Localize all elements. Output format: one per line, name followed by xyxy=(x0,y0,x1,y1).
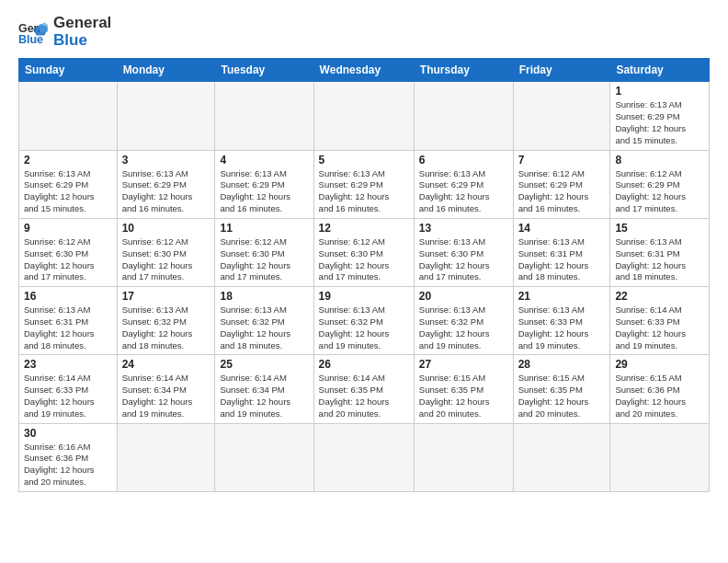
day-info: Sunrise: 6:14 AM Sunset: 6:35 PM Dayligh… xyxy=(319,373,409,419)
calendar-cell: 23Sunrise: 6:14 AM Sunset: 6:33 PM Dayli… xyxy=(19,355,118,423)
day-number: 13 xyxy=(419,222,508,235)
calendar-cell: 11Sunrise: 6:12 AM Sunset: 6:30 PM Dayli… xyxy=(215,218,313,286)
day-number: 21 xyxy=(518,290,606,303)
day-number: 19 xyxy=(319,290,409,303)
calendar-cell: 21Sunrise: 6:13 AM Sunset: 6:33 PM Dayli… xyxy=(513,287,610,355)
calendar-cell: 10Sunrise: 6:12 AM Sunset: 6:30 PM Dayli… xyxy=(117,218,215,286)
day-info: Sunrise: 6:12 AM Sunset: 6:30 PM Dayligh… xyxy=(122,236,210,283)
day-info: Sunrise: 6:13 AM Sunset: 6:29 PM Dayligh… xyxy=(419,168,508,215)
calendar-cell: 6Sunrise: 6:13 AM Sunset: 6:29 PM Daylig… xyxy=(414,150,513,218)
day-number: 11 xyxy=(220,222,308,235)
day-info: Sunrise: 6:15 AM Sunset: 6:35 PM Dayligh… xyxy=(518,373,606,419)
week-row-1: 2Sunrise: 6:13 AM Sunset: 6:29 PM Daylig… xyxy=(19,150,710,218)
day-number: 9 xyxy=(24,222,112,235)
day-info: Sunrise: 6:13 AM Sunset: 6:29 PM Dayligh… xyxy=(24,168,112,215)
day-number: 22 xyxy=(615,290,704,303)
calendar-cell: 5Sunrise: 6:13 AM Sunset: 6:29 PM Daylig… xyxy=(313,150,414,218)
calendar-cell: 19Sunrise: 6:13 AM Sunset: 6:32 PM Dayli… xyxy=(313,287,414,355)
weekday-header-thursday: Thursday xyxy=(414,59,513,82)
logo-blue-text: Blue xyxy=(53,32,111,50)
day-number: 25 xyxy=(220,358,308,371)
calendar-cell: 20Sunrise: 6:13 AM Sunset: 6:32 PM Dayli… xyxy=(414,287,513,355)
day-number: 12 xyxy=(319,222,409,235)
day-info: Sunrise: 6:12 AM Sunset: 6:29 PM Dayligh… xyxy=(615,168,704,215)
weekday-header-sunday: Sunday xyxy=(19,59,118,82)
calendar-cell: 16Sunrise: 6:13 AM Sunset: 6:31 PM Dayli… xyxy=(19,287,118,355)
calendar-cell xyxy=(513,423,610,491)
day-number: 15 xyxy=(615,222,704,235)
calendar-cell: 9Sunrise: 6:12 AM Sunset: 6:30 PM Daylig… xyxy=(19,218,118,286)
logo: General Blue General Blue xyxy=(18,15,111,49)
day-number: 7 xyxy=(518,154,606,167)
day-number: 3 xyxy=(122,154,210,167)
day-number: 14 xyxy=(518,222,606,235)
day-number: 16 xyxy=(24,290,112,303)
calendar-cell: 26Sunrise: 6:14 AM Sunset: 6:35 PM Dayli… xyxy=(313,355,414,423)
week-row-3: 16Sunrise: 6:13 AM Sunset: 6:31 PM Dayli… xyxy=(19,287,710,355)
calendar-cell: 17Sunrise: 6:13 AM Sunset: 6:32 PM Dayli… xyxy=(117,287,215,355)
day-info: Sunrise: 6:13 AM Sunset: 6:32 PM Dayligh… xyxy=(319,304,409,351)
day-number: 23 xyxy=(24,358,112,371)
calendar-cell: 7Sunrise: 6:12 AM Sunset: 6:29 PM Daylig… xyxy=(513,150,610,218)
day-number: 4 xyxy=(220,154,308,167)
week-row-2: 9Sunrise: 6:12 AM Sunset: 6:30 PM Daylig… xyxy=(19,218,710,286)
weekday-header-tuesday: Tuesday xyxy=(215,59,313,82)
day-info: Sunrise: 6:13 AM Sunset: 6:31 PM Dayligh… xyxy=(24,304,112,351)
calendar-cell: 28Sunrise: 6:15 AM Sunset: 6:35 PM Dayli… xyxy=(513,355,610,423)
calendar-cell: 8Sunrise: 6:12 AM Sunset: 6:29 PM Daylig… xyxy=(610,150,710,218)
calendar-cell xyxy=(313,423,414,491)
day-number: 1 xyxy=(615,85,704,98)
day-info: Sunrise: 6:15 AM Sunset: 6:36 PM Dayligh… xyxy=(615,373,704,419)
calendar-cell: 12Sunrise: 6:12 AM Sunset: 6:30 PM Dayli… xyxy=(313,218,414,286)
calendar-cell xyxy=(313,82,414,150)
calendar-cell xyxy=(513,82,610,150)
logo-general-text: General xyxy=(53,15,111,32)
day-info: Sunrise: 6:14 AM Sunset: 6:33 PM Dayligh… xyxy=(615,304,704,351)
calendar-cell: 22Sunrise: 6:14 AM Sunset: 6:33 PM Dayli… xyxy=(610,287,710,355)
day-info: Sunrise: 6:13 AM Sunset: 6:31 PM Dayligh… xyxy=(518,236,606,283)
day-info: Sunrise: 6:13 AM Sunset: 6:33 PM Dayligh… xyxy=(518,304,606,351)
header: General Blue General Blue xyxy=(18,15,710,49)
calendar-cell: 18Sunrise: 6:13 AM Sunset: 6:32 PM Dayli… xyxy=(215,287,313,355)
day-number: 5 xyxy=(319,154,409,167)
day-info: Sunrise: 6:13 AM Sunset: 6:32 PM Dayligh… xyxy=(220,304,308,351)
weekday-header-monday: Monday xyxy=(117,59,215,82)
calendar-cell: 29Sunrise: 6:15 AM Sunset: 6:36 PM Dayli… xyxy=(610,355,710,423)
calendar-cell: 2Sunrise: 6:13 AM Sunset: 6:29 PM Daylig… xyxy=(19,150,118,218)
calendar-cell xyxy=(610,423,710,491)
day-info: Sunrise: 6:13 AM Sunset: 6:30 PM Dayligh… xyxy=(419,236,508,283)
day-number: 18 xyxy=(220,290,308,303)
day-number: 29 xyxy=(615,358,704,371)
calendar-cell xyxy=(117,423,215,491)
day-info: Sunrise: 6:14 AM Sunset: 6:34 PM Dayligh… xyxy=(122,373,210,419)
day-number: 20 xyxy=(419,290,508,303)
day-info: Sunrise: 6:13 AM Sunset: 6:29 PM Dayligh… xyxy=(615,99,704,146)
day-info: Sunrise: 6:12 AM Sunset: 6:29 PM Dayligh… xyxy=(518,168,606,215)
calendar-cell xyxy=(215,423,313,491)
calendar-cell xyxy=(19,82,118,150)
day-number: 8 xyxy=(615,154,704,167)
weekday-header-saturday: Saturday xyxy=(610,59,710,82)
day-info: Sunrise: 6:13 AM Sunset: 6:29 PM Dayligh… xyxy=(319,168,409,215)
calendar-cell: 4Sunrise: 6:13 AM Sunset: 6:29 PM Daylig… xyxy=(215,150,313,218)
day-info: Sunrise: 6:12 AM Sunset: 6:30 PM Dayligh… xyxy=(220,236,308,283)
day-info: Sunrise: 6:14 AM Sunset: 6:33 PM Dayligh… xyxy=(24,373,112,419)
day-info: Sunrise: 6:12 AM Sunset: 6:30 PM Dayligh… xyxy=(319,236,409,283)
calendar-cell: 3Sunrise: 6:13 AM Sunset: 6:29 PM Daylig… xyxy=(117,150,215,218)
calendar-cell xyxy=(215,82,313,150)
calendar-table: SundayMondayTuesdayWednesdayThursdayFrid… xyxy=(18,58,710,492)
day-number: 6 xyxy=(419,154,508,167)
day-info: Sunrise: 6:15 AM Sunset: 6:35 PM Dayligh… xyxy=(419,373,508,419)
weekday-header-wednesday: Wednesday xyxy=(313,59,414,82)
day-info: Sunrise: 6:14 AM Sunset: 6:34 PM Dayligh… xyxy=(220,373,308,419)
logo-icon: General Blue xyxy=(18,17,48,47)
day-info: Sunrise: 6:13 AM Sunset: 6:32 PM Dayligh… xyxy=(419,304,508,351)
day-number: 10 xyxy=(122,222,210,235)
calendar-cell: 13Sunrise: 6:13 AM Sunset: 6:30 PM Dayli… xyxy=(414,218,513,286)
day-info: Sunrise: 6:12 AM Sunset: 6:30 PM Dayligh… xyxy=(24,236,112,283)
week-row-0: 1Sunrise: 6:13 AM Sunset: 6:29 PM Daylig… xyxy=(19,82,710,150)
calendar-cell xyxy=(117,82,215,150)
day-number: 17 xyxy=(122,290,210,303)
calendar-cell: 15Sunrise: 6:13 AM Sunset: 6:31 PM Dayli… xyxy=(610,218,710,286)
day-info: Sunrise: 6:13 AM Sunset: 6:29 PM Dayligh… xyxy=(220,168,308,215)
